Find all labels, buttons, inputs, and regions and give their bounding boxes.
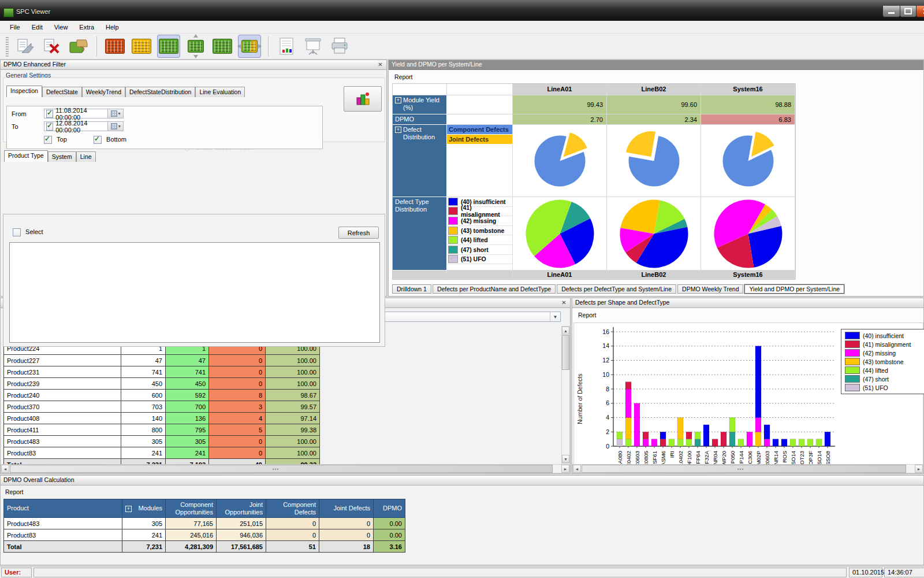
- board-view-button[interactable]: [211, 35, 233, 57]
- table-cell: 0: [319, 529, 374, 541]
- product-type-listbox[interactable]: [9, 242, 380, 343]
- from-checkbox[interactable]: [46, 110, 53, 118]
- table-cell: 100.00: [266, 436, 320, 447]
- col-header-component-defects[interactable]: Component Defects: [266, 499, 319, 518]
- print-button[interactable]: [329, 35, 351, 57]
- product-type-tab-body: Select Refresh: [3, 214, 385, 347]
- top-label: Top: [57, 136, 67, 143]
- close-button[interactable]: [916, 6, 924, 17]
- col-header-joint-opportunities[interactable]: Joint Opportunities: [217, 499, 266, 518]
- overview-panel-close-icon[interactable]: ✕: [560, 299, 568, 307]
- legend-swatch: [845, 349, 860, 357]
- printer-icon: [330, 37, 349, 55]
- board-sort-vertical-button[interactable]: [185, 35, 207, 57]
- table-cell: 241: [121, 447, 166, 459]
- load-board-button[interactable]: [68, 35, 90, 57]
- tab-inspection[interactable]: Inspection: [6, 86, 42, 97]
- tab-defects-per-defecttype[interactable]: Defects per DefectType and System/Line: [557, 284, 676, 294]
- menu-help[interactable]: Help: [100, 23, 124, 32]
- bar-chart-legend: (40) insufficient(41) misalignment(42) m…: [841, 329, 924, 394]
- to-checkbox[interactable]: [46, 123, 53, 131]
- legend-item: (40) insufficient: [844, 331, 924, 340]
- menu-file[interactable]: File: [5, 23, 25, 32]
- generate-report-button[interactable]: [344, 86, 382, 112]
- overview-hscrollbar[interactable]: ◄ ▪▪▪ ►: [1, 464, 570, 473]
- svg-text:C0805: C0805: [643, 451, 649, 464]
- legend-item: (51) UFO: [844, 383, 924, 392]
- tab-product-type[interactable]: Product Type: [4, 150, 48, 162]
- svg-text:FP64: FP64: [695, 451, 701, 464]
- overview-vscrollbar[interactable]: ▲ ▼: [561, 326, 570, 464]
- tab-defectstatedistribution[interactable]: DefectStateDistribution: [125, 87, 195, 97]
- scroll-down-icon[interactable]: ▼: [562, 455, 569, 463]
- arrow-right-icon: [258, 44, 262, 49]
- col-header-product[interactable]: Product: [4, 499, 122, 518]
- splitter-grip[interactable]: ▪▪▪: [737, 466, 744, 472]
- bottom-checkbox[interactable]: [94, 136, 102, 144]
- table-cell: 0.00: [374, 518, 405, 529]
- col-header-dpmo[interactable]: DPMO: [374, 499, 405, 518]
- table-row: Product4833053050100.00: [4, 436, 320, 447]
- tab-yield-and-dpmo[interactable]: Yield and DPMO per System/Line: [744, 284, 844, 294]
- table-cell: 0: [209, 366, 266, 378]
- maximize-button[interactable]: [900, 6, 916, 17]
- board-state-warn-button[interactable]: [131, 35, 152, 57]
- scroll-left-icon[interactable]: ◄: [1, 465, 9, 473]
- from-date-field[interactable]: 11.08.2014 00:00:00 ▾: [44, 109, 124, 118]
- filter-panel-close-icon[interactable]: ✕: [376, 61, 385, 69]
- toolbar-grip[interactable]: [6, 36, 9, 57]
- delete-report-button[interactable]: [41, 35, 63, 57]
- select-checkbox[interactable]: [13, 228, 21, 236]
- from-datepicker-button[interactable]: ▾: [107, 109, 123, 118]
- table-cell: 0.00: [374, 529, 405, 541]
- presentation-button[interactable]: [302, 35, 324, 57]
- legend-swatch: [448, 227, 458, 235]
- board-compare-button[interactable]: [238, 35, 261, 58]
- tab-line-evaluation[interactable]: Line Evaluation: [195, 87, 245, 97]
- menu-edit[interactable]: Edit: [27, 23, 48, 32]
- menu-extra[interactable]: Extra: [74, 23, 99, 32]
- tab-weeklytrend[interactable]: WeeklyTrend: [82, 87, 125, 97]
- board-state-fail-button[interactable]: [104, 35, 126, 57]
- green-yellow-board-icon: [241, 40, 258, 53]
- report-button[interactable]: [275, 35, 297, 57]
- scroll-left-icon[interactable]: ◄: [573, 465, 581, 473]
- yield-footer-label: LineA01: [513, 271, 607, 279]
- svg-text:SO14: SO14: [816, 451, 822, 464]
- close-icon: [922, 8, 924, 14]
- col-header-component-opportunities[interactable]: Component Opportunities: [166, 499, 217, 518]
- tab-line[interactable]: Line: [76, 151, 96, 162]
- defect-distribution-legend: Component Defects Joint Defects: [447, 125, 513, 197]
- refresh-button[interactable]: Refresh: [338, 227, 379, 239]
- scroll-thumb[interactable]: [562, 335, 569, 370]
- tab-defectstate[interactable]: DefectState: [42, 87, 82, 97]
- tab-dpmo-weekly-trend[interactable]: DPMO Weekly Trend: [677, 284, 743, 294]
- board-state-pass-button[interactable]: [157, 35, 180, 58]
- scroll-thumb[interactable]: [10, 465, 553, 473]
- expander-icon[interactable]: +: [395, 127, 401, 133]
- export-report-button[interactable]: [14, 35, 36, 57]
- menu-view[interactable]: View: [49, 23, 73, 32]
- document-export-icon: [16, 38, 35, 55]
- scroll-right-icon[interactable]: ►: [561, 465, 569, 473]
- expander-icon[interactable]: +: [395, 97, 401, 103]
- table-cell: 3: [209, 401, 266, 413]
- tab-drilldown-1[interactable]: Drilldown 1: [392, 284, 431, 294]
- top-checkbox[interactable]: [44, 136, 52, 144]
- svg-text:GA080: GA080: [617, 451, 623, 464]
- scroll-right-icon[interactable]: ►: [915, 465, 923, 473]
- to-datepicker-button[interactable]: ▾: [107, 122, 123, 131]
- pie-defect-type-lineA01: [513, 197, 607, 271]
- expander-icon[interactable]: +: [125, 506, 132, 512]
- splitter-grip[interactable]: ▪▪▪: [273, 466, 280, 472]
- svg-text:NSF61: NSF61: [651, 451, 658, 464]
- scroll-up-icon[interactable]: ▲: [562, 327, 569, 335]
- shape-hscrollbar[interactable]: ◄ ▪▪▪ ►: [572, 464, 923, 473]
- tab-system[interactable]: System: [48, 151, 76, 162]
- col-header-modules[interactable]: +Modules: [122, 499, 166, 518]
- col-header-joint-defects[interactable]: Joint Defects: [319, 499, 374, 518]
- arrow-down-icon: [193, 55, 198, 58]
- to-date-field[interactable]: 12.08.2014 00:00:00 ▾: [44, 121, 124, 131]
- minimize-button[interactable]: [882, 6, 900, 17]
- tab-defects-per-productname[interactable]: Defects per ProductName and DefectType: [433, 284, 556, 294]
